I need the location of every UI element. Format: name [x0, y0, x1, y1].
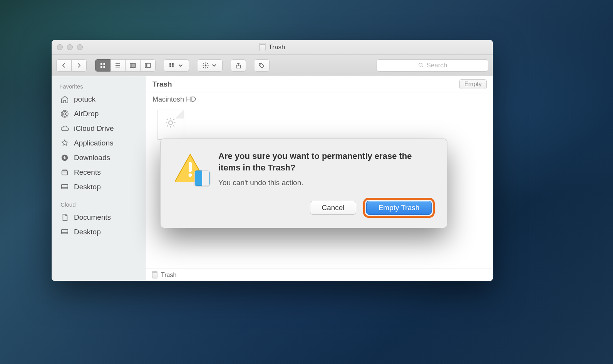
group-button-group — [164, 59, 189, 72]
sidebar-item-recents[interactable]: Recents — [52, 165, 146, 180]
desktop-icon — [60, 227, 69, 237]
svg-point-18 — [62, 112, 67, 117]
svg-rect-10 — [172, 63, 174, 65]
svg-point-15 — [260, 64, 261, 65]
svg-rect-0 — [100, 63, 102, 65]
content-header: Trash Empty — [146, 76, 493, 92]
downloads-icon — [60, 153, 69, 162]
svg-rect-3 — [104, 66, 106, 68]
sidebar-item-label: AirDrop — [74, 110, 99, 118]
documents-icon — [60, 213, 69, 222]
svg-rect-6 — [134, 63, 136, 67]
sidebar-item-label: iCloud Drive — [74, 124, 114, 133]
file-item[interactable] — [157, 110, 184, 140]
svg-point-16 — [419, 63, 422, 67]
trash-icon — [152, 272, 157, 278]
svg-point-26 — [189, 174, 192, 177]
zoom-window-button[interactable] — [77, 44, 83, 50]
toolbar: Search — [52, 55, 493, 76]
sidebar-item-label: Desktop — [74, 228, 101, 236]
sidebar-item-desktop[interactable]: Desktop — [52, 180, 146, 194]
svg-rect-1 — [104, 63, 106, 65]
dialog-icon — [173, 150, 208, 218]
svg-rect-5 — [132, 63, 134, 67]
list-icon — [114, 62, 121, 69]
gear-icon — [202, 62, 209, 69]
svg-rect-22 — [62, 185, 68, 189]
sidebar: Favorites potuck AirDrop iCloud Drive Ap… — [52, 76, 146, 281]
back-button[interactable] — [56, 59, 72, 72]
search-icon — [418, 62, 424, 68]
empty-trash-confirm-button[interactable]: Empty Trash — [366, 201, 432, 215]
chevron-down-icon — [211, 62, 218, 69]
icon-view-button[interactable] — [95, 59, 111, 72]
airdrop-icon — [60, 109, 69, 119]
group-by-button[interactable] — [164, 59, 189, 72]
sidebar-item-desktop-icloud[interactable]: Desktop — [52, 225, 146, 239]
group-icon — [169, 62, 176, 69]
chevron-right-icon — [75, 62, 82, 69]
chevron-down-icon — [177, 62, 184, 69]
svg-rect-9 — [169, 63, 171, 65]
sidebar-section-favorites: Favorites — [52, 80, 146, 92]
desktop-icon — [60, 182, 69, 192]
sidebar-item-applications[interactable]: Applications — [52, 136, 146, 150]
dialog-body: Are you sure you want to permanently era… — [218, 150, 435, 218]
sidebar-item-label: Documents — [74, 213, 111, 222]
sidebar-item-downloads[interactable]: Downloads — [52, 150, 146, 165]
window-title-text: Trash — [269, 43, 285, 51]
tag-button-group — [255, 59, 270, 72]
svg-rect-23 — [62, 230, 68, 234]
trash-icon — [260, 43, 266, 51]
gallery-icon — [144, 62, 151, 69]
share-icon — [235, 62, 242, 69]
sidebar-item-label: Applications — [74, 139, 113, 147]
svg-rect-21 — [62, 170, 68, 175]
sidebar-item-airdrop[interactable]: AirDrop — [52, 107, 146, 121]
highlighted-annotation: Empty Trash — [363, 198, 435, 218]
sidebar-item-home[interactable]: potuck — [52, 92, 146, 107]
svg-point-24 — [169, 121, 173, 125]
path-bar[interactable]: Trash — [146, 269, 493, 281]
svg-rect-2 — [100, 66, 102, 68]
close-window-button[interactable] — [57, 44, 63, 50]
gallery-view-button[interactable] — [141, 59, 156, 72]
nav-buttons — [56, 59, 87, 72]
recents-icon — [60, 168, 69, 177]
share-button[interactable] — [231, 59, 246, 72]
traffic-lights — [52, 44, 83, 50]
sidebar-item-label: Desktop — [74, 183, 101, 191]
forward-button[interactable] — [72, 59, 87, 72]
list-view-button[interactable] — [111, 59, 126, 72]
window-titlebar: Trash — [52, 40, 493, 55]
empty-trash-toolbar-button[interactable]: Empty — [459, 79, 487, 89]
svg-rect-11 — [169, 65, 171, 67]
column-view-button[interactable] — [126, 59, 141, 72]
svg-rect-12 — [172, 65, 174, 67]
svg-rect-25 — [189, 162, 192, 172]
chevron-left-icon — [60, 62, 67, 69]
minimize-window-button[interactable] — [67, 44, 73, 50]
sidebar-item-documents[interactable]: Documents — [52, 210, 146, 225]
dialog-title: Are you sure you want to permanently era… — [218, 150, 435, 173]
sidebar-item-icloud-drive[interactable]: iCloud Drive — [52, 121, 146, 136]
tag-icon — [258, 62, 265, 69]
share-button-group — [231, 59, 246, 72]
grid-icon — [99, 62, 106, 69]
search-field[interactable]: Search — [377, 59, 488, 72]
action-button-group — [198, 59, 223, 72]
svg-point-17 — [64, 113, 66, 115]
applications-icon — [60, 139, 69, 148]
search-placeholder: Search — [427, 62, 447, 69]
confirm-empty-trash-dialog: Are you sure you want to permanently era… — [160, 139, 447, 228]
home-icon — [60, 95, 69, 104]
view-buttons — [95, 59, 156, 72]
finder-badge-icon — [194, 170, 210, 186]
dialog-buttons: Cancel Empty Trash — [218, 198, 435, 218]
content-title: Trash — [152, 80, 172, 88]
cancel-button[interactable]: Cancel — [310, 201, 356, 215]
columns-icon — [129, 62, 136, 69]
action-menu-button[interactable] — [198, 59, 223, 72]
tags-button[interactable] — [255, 59, 270, 72]
path-segment: Trash — [161, 272, 176, 279]
